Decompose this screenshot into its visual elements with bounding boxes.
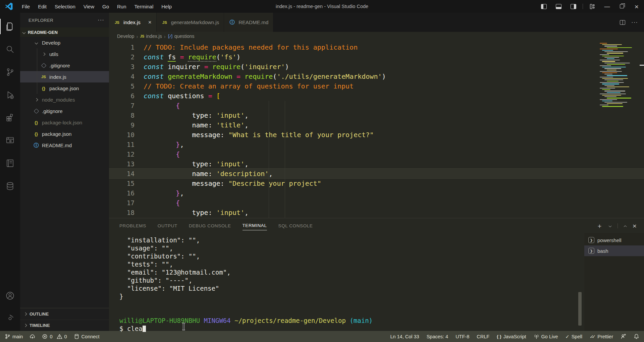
- status-javascript[interactable]: { }JavaScript: [497, 334, 526, 339]
- maximize-panel-icon[interactable]: [623, 224, 627, 228]
- run-debug-icon[interactable]: [0, 84, 20, 105]
- database-icon[interactable]: [0, 176, 20, 196]
- shell-item-bash[interactable]: ❯bash: [584, 245, 644, 256]
- status-cloud-upload[interactable]: [30, 334, 35, 339]
- tab-index-js[interactable]: JSindex.js×: [109, 13, 156, 32]
- panel-tab-terminal[interactable]: TERMINAL: [243, 221, 267, 230]
- minimap[interactable]: [600, 43, 639, 107]
- customize-layout-icon[interactable]: [585, 0, 600, 13]
- code-line-11[interactable]: 11 },: [109, 139, 644, 149]
- code-line-1[interactable]: 1// TODO: Include packages needed for th…: [109, 42, 644, 52]
- source-control-icon[interactable]: [0, 62, 20, 82]
- close-button[interactable]: ×: [629, 0, 644, 13]
- menu-file[interactable]: File: [18, 0, 34, 13]
- toggle-sidebar-left-icon[interactable]: [536, 0, 551, 13]
- terminal-input-line[interactable]: $ clea: [119, 325, 584, 333]
- code-editor[interactable]: 1// TODO: Include packages needed for th…: [109, 41, 644, 218]
- tab-readme-md[interactable]: ⓘREADME.md: [224, 13, 273, 32]
- remote-explorer-icon[interactable]: [0, 130, 20, 151]
- code-line-18[interactable]: 18 type: 'input',: [109, 208, 644, 217]
- panel-tab-problems[interactable]: PROBLEMS: [119, 221, 146, 230]
- tree-item--gitignore[interactable]: .gitignore: [20, 60, 109, 71]
- code-line-10[interactable]: 10 message: "What is the title of your p…: [109, 130, 644, 139]
- tab-close-icon[interactable]: ×: [148, 19, 152, 26]
- settings-icon[interactable]: [0, 308, 20, 329]
- panel-tab-debug-console[interactable]: DEBUG CONSOLE: [189, 221, 231, 230]
- status-connect[interactable]: Connect: [74, 334, 100, 339]
- notebook-icon[interactable]: [0, 153, 20, 174]
- code-line-9[interactable]: 9 name: 'title',: [109, 120, 644, 130]
- breadcrumb-item-index.js[interactable]: JSindex.js: [140, 34, 162, 39]
- code-line-3[interactable]: 3const inquirer = require('inquirer'): [109, 62, 644, 71]
- tree-item-package-json[interactable]: {}package.json: [20, 82, 109, 94]
- explorer-icon[interactable]: [0, 16, 20, 37]
- breadcrumb-item-questions[interactable]: questions: [168, 34, 195, 39]
- search-icon[interactable]: [0, 39, 20, 60]
- menu-edit[interactable]: Edit: [34, 0, 51, 13]
- code-line-17[interactable]: 17 {: [109, 198, 644, 208]
- new-terminal-icon[interactable]: ＋: [596, 223, 603, 229]
- status-bell[interactable]: [634, 334, 639, 339]
- status-spaces-4[interactable]: Spaces: 4: [427, 334, 448, 339]
- extensions-icon[interactable]: [0, 107, 20, 128]
- toggle-sidebar-right-icon[interactable]: [566, 0, 581, 13]
- status-prettier[interactable]: ✓✓Prettier: [590, 334, 613, 339]
- status-go-live[interactable]: Go Live: [534, 334, 558, 339]
- split-editor-icon[interactable]: [620, 20, 625, 25]
- code-line-6[interactable]: 6const questions = [: [109, 91, 644, 101]
- divider: [583, 4, 583, 9]
- tree-item--gitignore[interactable]: .gitignore: [20, 105, 109, 117]
- code-line-7[interactable]: 7 {: [109, 101, 644, 110]
- divider: [618, 223, 618, 228]
- outline-section[interactable]: OUTLINE: [20, 308, 109, 320]
- workspace-section-header[interactable]: README-GEN: [20, 27, 109, 37]
- code-line-13[interactable]: 13 type: 'input',: [109, 159, 644, 169]
- status-utf-8[interactable]: UTF-8: [455, 334, 469, 339]
- code-line-8[interactable]: 8 type: 'input',: [109, 110, 644, 120]
- menu-selection[interactable]: Selection: [51, 0, 79, 13]
- code-line-4[interactable]: 4const generateMarkdown = require('./uti…: [109, 71, 644, 81]
- code-line-15[interactable]: 15 message: "Describe your project": [109, 178, 644, 188]
- tree-item-node-modules[interactable]: node_modules: [20, 94, 109, 105]
- tree-item-utils[interactable]: utils: [20, 48, 109, 60]
- breadcrumb-item-develop[interactable]: Develop: [117, 34, 134, 39]
- tree-item-package-lock-json[interactable]: {}package-lock.json: [20, 117, 109, 128]
- close-panel-icon[interactable]: ×: [633, 222, 637, 229]
- status-0[interactable]: 00: [42, 334, 67, 339]
- terminal-scrollbar[interactable]: [578, 292, 582, 326]
- account-icon[interactable]: [0, 285, 20, 306]
- menu-go[interactable]: Go: [98, 0, 113, 13]
- braces-icon: { }: [497, 334, 501, 339]
- code-line-12[interactable]: 12 {: [109, 149, 644, 159]
- code-line-14[interactable]: 14 name: 'description',: [109, 169, 644, 178]
- menu-run[interactable]: Run: [113, 0, 130, 13]
- tab-generatemarkdown-js[interactable]: JSgenerateMarkdown.js: [157, 13, 224, 32]
- editor-more-actions-icon[interactable]: ···: [631, 19, 638, 26]
- code-line-5[interactable]: 5// TODO: Create an array of questions f…: [109, 81, 644, 91]
- status-ln-14-col-33[interactable]: Ln 14, Col 33: [390, 334, 419, 339]
- menu-view[interactable]: View: [79, 0, 98, 13]
- tree-item-package-json[interactable]: {}package.json: [20, 128, 109, 139]
- tree-item-readme-md[interactable]: ⓘREADME.md: [20, 139, 109, 151]
- explorer-more-actions-icon[interactable]: ···: [98, 17, 104, 23]
- terminal-output[interactable]: "installation": "", "usage": "", "contri…: [109, 233, 584, 331]
- panel-tab-sql-console[interactable]: SQL CONSOLE: [278, 221, 313, 230]
- tree-item-develop[interactable]: Develop: [20, 37, 109, 48]
- timeline-section[interactable]: TIMELINE: [20, 320, 109, 331]
- status-crlf[interactable]: CRLF: [477, 334, 489, 339]
- chevron-down-icon[interactable]: [608, 224, 612, 228]
- shell-item-powershell[interactable]: ❯powershell: [584, 235, 644, 245]
- code-line-2[interactable]: 2const fs = require('fs'): [109, 52, 644, 62]
- menu-terminal[interactable]: Terminal: [130, 0, 158, 13]
- code-line-16[interactable]: 16 },: [109, 188, 644, 198]
- menu-help[interactable]: Help: [157, 0, 176, 13]
- status-main[interactable]: main: [5, 334, 23, 339]
- tree-item-index-js[interactable]: JSindex.js: [20, 71, 109, 82]
- minimize-button[interactable]: —: [600, 0, 614, 13]
- panel-tab-output[interactable]: OUTPUT: [158, 221, 177, 230]
- restore-button[interactable]: [614, 0, 629, 13]
- toggle-panel-icon[interactable]: [551, 0, 566, 13]
- terminal-line: "contributors": "",: [119, 252, 584, 261]
- status-feedback[interactable]: [621, 334, 626, 339]
- status-spell[interactable]: ✓Spell: [566, 334, 582, 339]
